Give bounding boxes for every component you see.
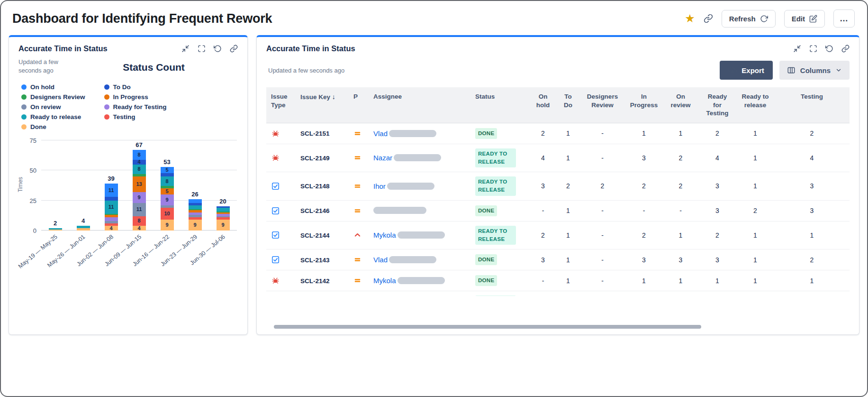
legend-item[interactable]: Done — [21, 122, 85, 132]
collapse-icon[interactable] — [181, 45, 190, 53]
assignee-link[interactable]: Vlad — [373, 256, 388, 264]
bar-segment[interactable]: 13 — [133, 176, 146, 192]
bar-segment[interactable]: 5 — [161, 188, 174, 194]
more-actions-button[interactable]: … — [833, 9, 855, 28]
issue-key[interactable]: SCL-2149 — [300, 155, 330, 162]
legend-item[interactable]: In Progress — [104, 92, 167, 102]
issue-key[interactable]: SCL-2151 — [300, 130, 330, 137]
column-header[interactable]: Ready to release — [736, 87, 774, 123]
legend-dot — [104, 84, 109, 90]
column-header[interactable]: To Do — [556, 87, 580, 123]
legend-item[interactable]: Ready to release — [21, 112, 85, 122]
bar-segment[interactable] — [161, 173, 174, 177]
assignee-cell: Nazar — [369, 144, 470, 172]
share-link-icon[interactable] — [704, 14, 713, 23]
issue-key[interactable]: SCL-2148 — [300, 183, 330, 190]
status-count-cell: 2 — [625, 172, 663, 201]
status-count-cell: 2 — [530, 123, 556, 144]
status-count-cell: 2 — [774, 249, 850, 270]
column-header[interactable]: P — [349, 87, 369, 123]
column-header[interactable]: Assignee — [369, 87, 470, 123]
bar-segment[interactable]: 4 — [133, 226, 146, 231]
legend-label: Designers Review — [30, 93, 85, 101]
reset-icon[interactable] — [825, 45, 833, 53]
legend-item[interactable]: To Do — [104, 82, 167, 92]
status-cell: READY TO RELEASE — [470, 172, 530, 201]
assignee-link[interactable]: Mykola — [373, 277, 396, 285]
bar-segment[interactable]: 9 — [161, 220, 174, 231]
status-count-cell: - — [580, 291, 625, 296]
bar-segment[interactable]: 9 — [217, 220, 230, 231]
assignee-link[interactable]: Mykola — [373, 231, 396, 239]
bar-segment[interactable] — [189, 205, 202, 209]
column-header[interactable]: On review — [663, 87, 698, 123]
favorite-star-icon[interactable]: ★ — [685, 13, 695, 24]
legend-item[interactable]: Testing — [104, 112, 167, 122]
expand-icon[interactable] — [198, 45, 206, 53]
bar-segment[interactable] — [105, 197, 118, 201]
bar-segment[interactable]: 9 — [189, 220, 202, 231]
bar-segment[interactable] — [189, 199, 202, 203]
status-count-cell: 1 — [625, 270, 663, 291]
bar-segment[interactable]: 11 — [105, 201, 118, 214]
status-count-cell: 2 — [663, 144, 698, 172]
collapse-icon[interactable] — [793, 45, 801, 53]
issue-key[interactable]: SCL-2142 — [300, 277, 330, 285]
link-icon[interactable] — [841, 45, 850, 53]
status-badge: READY TO RELEASE — [475, 148, 516, 168]
horizontal-scrollbar[interactable] — [274, 325, 701, 329]
bar-segment[interactable]: 4 — [133, 160, 146, 165]
bar-column: 481191384867 — [133, 141, 146, 231]
assignee-link[interactable]: Ihor — [373, 182, 386, 190]
bar-segment[interactable] — [217, 208, 230, 212]
column-header[interactable]: Ready for Testing — [698, 87, 736, 123]
columns-button[interactable]: Columns — [779, 61, 850, 80]
issue-key[interactable]: SCL-2144 — [300, 232, 330, 239]
table-row: SCL-2146 DONE-1---323 — [266, 200, 850, 221]
assignee-cell: Kateryna — [369, 291, 470, 296]
bar-segment[interactable]: 9 — [133, 192, 146, 203]
expand-icon[interactable] — [809, 45, 817, 53]
status-badge: READY TO RELEASE — [475, 226, 516, 245]
legend-item[interactable]: On hold — [21, 82, 85, 92]
bar-segment[interactable]: 8 — [133, 150, 146, 159]
bar-segment[interactable]: 8 — [161, 176, 174, 186]
column-header[interactable]: Testing — [774, 87, 850, 123]
export-button[interactable]: Export — [720, 61, 773, 80]
bar-total-label: 4 — [77, 217, 90, 224]
bar-segment[interactable] — [105, 217, 118, 221]
bar-segment[interactable]: 9 — [161, 194, 174, 205]
legend-item[interactable]: Ready for Testing — [104, 102, 167, 112]
column-header[interactable]: In Progress — [625, 87, 663, 123]
bar-segment[interactable]: 11 — [133, 203, 146, 216]
assignee-link[interactable]: Vlad — [373, 129, 388, 138]
legend-label: Ready for Testing — [113, 103, 167, 111]
assignee-link[interactable]: Nazar — [373, 154, 392, 162]
edit-button[interactable]: Edit — [784, 10, 825, 28]
status-count-cell: 1 — [530, 291, 556, 296]
column-header[interactable]: Designers Review — [580, 87, 625, 123]
column-header[interactable]: Issue Type — [266, 87, 296, 123]
column-header[interactable]: On hold — [530, 87, 556, 123]
issue-type-cell — [266, 123, 296, 144]
column-header[interactable]: Status — [470, 87, 530, 123]
bar-segment[interactable]: 5 — [161, 167, 174, 173]
cloud-download-icon — [728, 66, 737, 74]
legend-item[interactable]: On review — [21, 102, 85, 112]
issue-key[interactable]: SCL-2146 — [300, 207, 330, 214]
status-count-cell: 1 — [736, 123, 774, 144]
bar-segment[interactable]: 8 — [133, 165, 146, 174]
refresh-button[interactable]: Refresh — [722, 10, 776, 28]
status-count-cell: 2 — [774, 291, 850, 296]
bar-segment[interactable]: 4 — [105, 226, 118, 231]
column-header[interactable]: Issue Key ↓ — [296, 87, 349, 123]
bar-segment[interactable]: 8 — [133, 216, 146, 226]
legend-item[interactable]: Designers Review — [21, 92, 85, 102]
reset-icon[interactable] — [214, 45, 222, 53]
link-icon[interactable] — [230, 45, 238, 53]
priority-cell — [349, 144, 369, 172]
issue-key[interactable]: SCL-2143 — [300, 257, 330, 264]
bar-segment[interactable]: 10 — [161, 208, 174, 220]
status-count-cell: 2 — [530, 221, 556, 249]
bar-segment[interactable]: 11 — [105, 184, 118, 197]
